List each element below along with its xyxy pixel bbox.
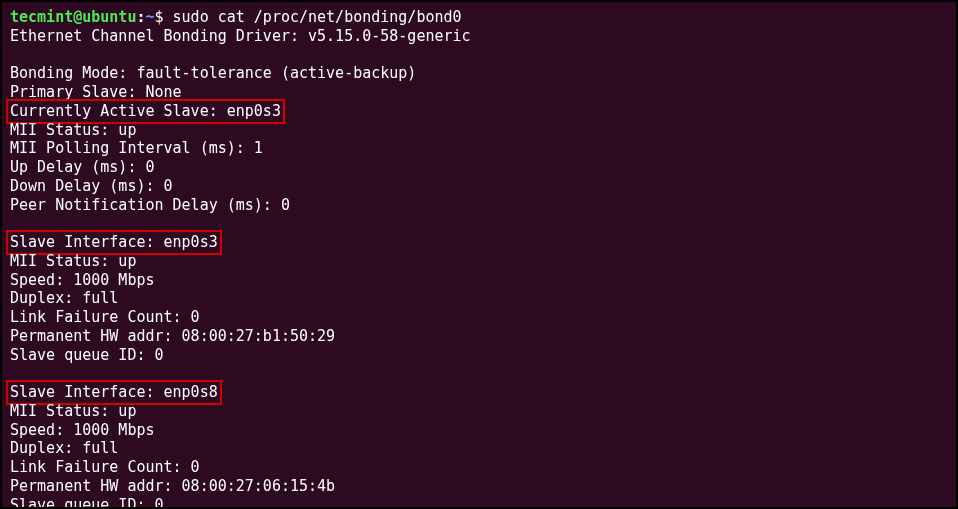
output-slave2-interface: Slave Interface: enp0s8 <box>10 383 218 401</box>
output-slave1-mii: MII Status: up <box>10 252 948 271</box>
output-active-slave-line: Currently Active Slave: enp0s3 <box>10 102 948 121</box>
command-spacer <box>164 8 173 26</box>
output-slave1-interface-line: Slave Interface: enp0s3 <box>10 233 948 252</box>
output-slave2-mii: MII Status: up <box>10 402 948 421</box>
blank-line-1 <box>10 46 948 65</box>
command-text: sudo cat /proc/net/bonding/bond0 <box>173 8 462 26</box>
output-slave1-speed: Speed: 1000 Mbps <box>10 271 948 290</box>
output-slave1-interface: Slave Interface: enp0s3 <box>10 233 218 251</box>
command-line[interactable]: tecmint@ubuntu:~$ sudo cat /proc/net/bon… <box>10 8 948 27</box>
output-slave2-queue: Slave queue ID: 0 <box>10 496 948 510</box>
output-driver: Ethernet Channel Bonding Driver: v5.15.0… <box>10 27 948 46</box>
output-bonding-mode: Bonding Mode: fault-tolerance (active-ba… <box>10 64 948 83</box>
output-down-delay: Down Delay (ms): 0 <box>10 177 948 196</box>
output-peer-notification: Peer Notification Delay (ms): 0 <box>10 196 948 215</box>
output-slave1-queue: Slave queue ID: 0 <box>10 346 948 365</box>
output-slave1-hw-addr: Permanent HW addr: 08:00:27:b1:50:29 <box>10 327 948 346</box>
output-up-delay: Up Delay (ms): 0 <box>10 158 948 177</box>
output-active-slave: Currently Active Slave: enp0s3 <box>10 102 281 120</box>
prompt-user: tecmint@ubuntu <box>10 8 136 26</box>
prompt-dollar: $ <box>155 8 164 26</box>
output-slave2-link-failure: Link Failure Count: 0 <box>10 458 948 477</box>
output-slave1-link-failure: Link Failure Count: 0 <box>10 308 948 327</box>
output-slave1-duplex: Duplex: full <box>10 289 948 308</box>
prompt-path: ~ <box>145 8 154 26</box>
output-slave2-hw-addr: Permanent HW addr: 08:00:27:06:15:4b <box>10 477 948 496</box>
output-slave2-duplex: Duplex: full <box>10 439 948 458</box>
output-slave2-interface-line: Slave Interface: enp0s8 <box>10 383 948 402</box>
output-slave2-speed: Speed: 1000 Mbps <box>10 421 948 440</box>
output-mii-status: MII Status: up <box>10 121 948 140</box>
output-mii-polling: MII Polling Interval (ms): 1 <box>10 139 948 158</box>
